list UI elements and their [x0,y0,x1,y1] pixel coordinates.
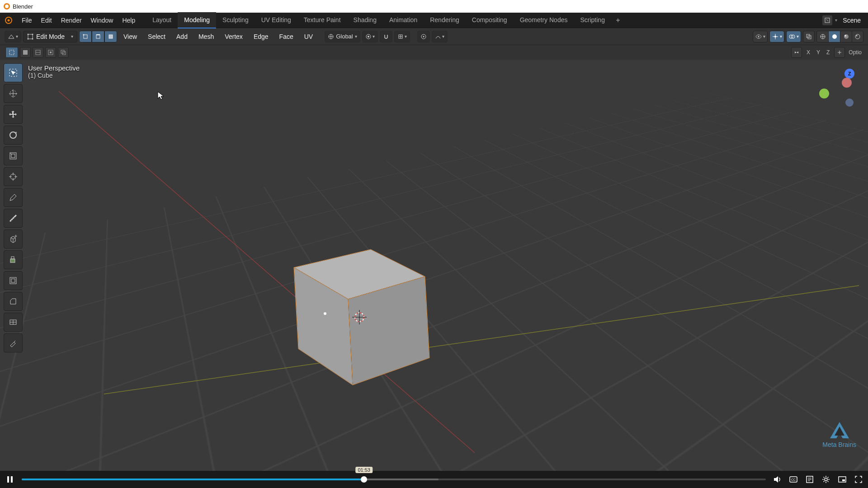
cursor-tool[interactable] [4,84,23,103]
header-select[interactable]: Select [143,31,170,42]
snap-options[interactable]: ▾ [394,31,410,42]
mirror-button[interactable] [791,47,802,58]
axis-x[interactable]: X [805,49,812,56]
transcript-button[interactable] [805,474,815,484]
header-edge[interactable]: Edge [249,31,273,42]
svg-point-28 [844,35,846,37]
axis-z[interactable]: Z [825,49,831,56]
select-box-tool[interactable] [4,63,23,82]
select-subtract-icon[interactable] [33,47,43,58]
annotate-tool[interactable] [4,188,23,207]
select-extend-icon[interactable] [20,47,31,58]
rendered-shading-button[interactable] [852,31,863,42]
blender-logo-icon [4,3,10,9]
svg-rect-32 [23,50,28,55]
header-face[interactable]: Face [275,31,298,42]
tab-scripting[interactable]: Scripting [574,12,611,28]
fullscreen-button[interactable] [854,474,863,484]
select-intersect-icon[interactable] [58,47,69,58]
svg-rect-36 [50,52,52,53]
measure-tool[interactable] [4,209,23,228]
tab-geometry-nodes[interactable]: Geometry Nodes [514,12,574,28]
scene-browse-icon[interactable] [822,15,832,25]
tab-sculpting[interactable]: Sculpting [216,12,255,28]
edge-select-button[interactable] [92,31,104,42]
tab-layout[interactable]: Layout [146,12,178,28]
svg-point-73 [825,478,827,481]
select-invert-icon[interactable] [45,47,56,58]
tab-modeling[interactable]: Modeling [178,12,216,28]
gizmo-neg-axis[interactable] [845,99,854,107]
navigation-gizmo[interactable]: Z [819,69,855,105]
wireframe-shading-button[interactable] [816,31,828,42]
volume-button[interactable] [772,474,782,484]
tab-compositing[interactable]: Compositing [466,12,514,28]
pause-button[interactable] [5,474,15,485]
pip-button[interactable] [837,474,847,484]
solid-shading-button[interactable] [828,31,840,42]
header-uv[interactable]: UV [300,31,317,42]
menu-file[interactable]: File [17,13,37,28]
bevel-tool[interactable] [4,292,23,311]
add-workspace-button[interactable]: + [611,16,625,24]
tab-shading[interactable]: Shading [347,12,383,28]
svg-point-27 [844,34,849,39]
menu-render[interactable]: Render [57,13,86,28]
svg-point-6 [28,38,29,39]
header-vertex[interactable]: Vertex [220,31,247,42]
options-button[interactable]: Optio [848,49,863,56]
settings-button[interactable] [821,474,831,484]
rotate-tool[interactable] [4,126,23,145]
mode-selector[interactable]: Edit Mode ▾ [23,31,77,42]
overlay-icon [788,33,796,40]
scene-name[interactable]: Scene [840,17,863,24]
progress-handle[interactable] [361,476,367,483]
face-select-button[interactable] [104,31,117,42]
video-progress-bar[interactable]: 01:53 [22,479,766,480]
tab-animation[interactable]: Animation [383,12,424,28]
xray-toggle[interactable] [803,31,815,42]
blender-menu-icon[interactable] [5,16,17,24]
move-tool[interactable] [4,105,23,124]
gizmo-z-axis[interactable]: Z [844,69,854,79]
gizmo-y-axis[interactable] [819,89,829,99]
menu-edit[interactable]: Edit [37,13,57,28]
menu-help[interactable]: Help [118,13,140,28]
svg-rect-12 [109,35,113,38]
add-cube-tool[interactable]: + [4,230,23,249]
proportional-edit-toggle[interactable] [417,31,430,42]
proportional-falloff[interactable]: ▾ [432,31,448,42]
viewport-overlay-text: User Perspective (1) Cube [28,64,80,79]
transform-tool[interactable] [4,167,23,186]
snap-toggle[interactable] [380,31,392,42]
svg-rect-31 [9,50,14,55]
gizmo-x-axis[interactable] [842,78,852,88]
tab-rendering[interactable]: Rendering [424,12,466,28]
menu-window[interactable]: Window [86,13,118,28]
scale-tool[interactable] [4,146,23,165]
tab-texture-paint[interactable]: Texture Paint [297,12,347,28]
viewport-subheader: X Y Z Optio [0,45,868,60]
vertex-select-button[interactable] [79,31,92,42]
overlay-toggle[interactable]: ▾ [786,31,801,42]
pivot-point[interactable]: ▾ [362,31,378,42]
visibility-dropdown[interactable]: ▾ [753,31,768,42]
tab-uv-editing[interactable]: UV Editing [255,12,297,28]
header-mesh[interactable]: Mesh [194,31,218,42]
axis-y[interactable]: Y [815,49,822,56]
transform-orientation[interactable]: Global ▾ [325,31,360,42]
header-view[interactable]: View [119,31,142,42]
loop-cut-tool[interactable] [4,313,23,332]
captions-button[interactable]: CC [788,474,798,484]
knife-tool[interactable] [4,333,23,352]
auto-merge-button[interactable] [834,47,845,58]
svg-point-53 [10,132,16,138]
select-box-icon[interactable] [5,47,18,58]
material-shading-button[interactable] [840,31,852,42]
inset-tool[interactable] [4,271,23,290]
gizmo-toggle[interactable]: ▾ [769,31,784,42]
3d-viewport[interactable]: User Perspective (1) Cube + Z Meta Brain… [0,60,868,471]
editor-type-icon[interactable]: ▾ [5,31,21,42]
header-add[interactable]: Add [172,31,192,42]
extrude-tool[interactable] [4,250,23,269]
